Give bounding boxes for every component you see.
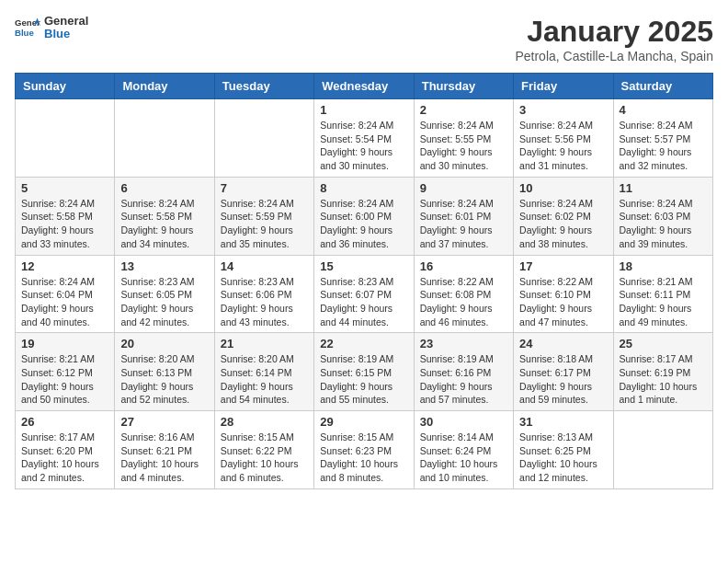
calendar-cell — [613, 411, 712, 489]
day-number: 17 — [519, 259, 607, 273]
calendar-cell — [214, 99, 313, 178]
day-number: 9 — [420, 181, 507, 195]
calendar-cell: 12Sunrise: 8:24 AM Sunset: 6:04 PM Dayli… — [16, 255, 115, 333]
day-info: Sunrise: 8:22 AM Sunset: 6:10 PM Dayligh… — [519, 275, 607, 329]
calendar-cell: 18Sunrise: 8:21 AM Sunset: 6:11 PM Dayli… — [613, 255, 712, 333]
day-info: Sunrise: 8:21 AM Sunset: 6:11 PM Dayligh… — [620, 275, 707, 329]
day-info: Sunrise: 8:24 AM Sunset: 6:01 PM Dayligh… — [420, 197, 507, 251]
day-info: Sunrise: 8:24 AM Sunset: 6:04 PM Dayligh… — [21, 275, 108, 329]
day-info: Sunrise: 8:17 AM Sunset: 6:20 PM Dayligh… — [21, 431, 108, 485]
day-number: 30 — [420, 415, 507, 429]
day-info: Sunrise: 8:19 AM Sunset: 6:15 PM Dayligh… — [320, 352, 407, 407]
day-info: Sunrise: 8:23 AM Sunset: 6:06 PM Dayligh… — [221, 275, 308, 329]
weekday-header-monday: Monday — [115, 74, 214, 99]
calendar-cell: 1Sunrise: 8:24 AM Sunset: 5:54 PM Daylig… — [314, 99, 414, 178]
day-number: 7 — [221, 181, 308, 195]
day-number: 31 — [519, 415, 607, 429]
calendar-cell: 30Sunrise: 8:14 AM Sunset: 6:24 PM Dayli… — [414, 411, 513, 489]
calendar-cell: 27Sunrise: 8:16 AM Sunset: 6:21 PM Dayli… — [115, 411, 214, 489]
weekday-header-thursday: Thursday — [414, 74, 513, 99]
calendar-cell: 8Sunrise: 8:24 AM Sunset: 6:00 PM Daylig… — [314, 177, 414, 255]
day-info: Sunrise: 8:24 AM Sunset: 5:57 PM Dayligh… — [620, 119, 707, 173]
month-title: January 2025 — [515, 15, 713, 49]
day-number: 10 — [519, 181, 607, 195]
day-info: Sunrise: 8:23 AM Sunset: 6:05 PM Dayligh… — [120, 275, 208, 329]
weekday-header-wednesday: Wednesday — [314, 74, 414, 99]
day-info: Sunrise: 8:15 AM Sunset: 6:22 PM Dayligh… — [221, 431, 308, 485]
day-info: Sunrise: 8:24 AM Sunset: 5:55 PM Dayligh… — [420, 119, 507, 173]
calendar-cell: 7Sunrise: 8:24 AM Sunset: 5:59 PM Daylig… — [214, 177, 313, 255]
day-info: Sunrise: 8:24 AM Sunset: 5:58 PM Dayligh… — [21, 197, 108, 251]
day-info: Sunrise: 8:24 AM Sunset: 6:00 PM Dayligh… — [320, 197, 407, 251]
day-info: Sunrise: 8:13 AM Sunset: 6:25 PM Dayligh… — [519, 431, 607, 485]
calendar-week-row: 12Sunrise: 8:24 AM Sunset: 6:04 PM Dayli… — [16, 255, 713, 333]
calendar-table: SundayMondayTuesdayWednesdayThursdayFrid… — [15, 73, 713, 489]
day-info: Sunrise: 8:20 AM Sunset: 6:13 PM Dayligh… — [120, 352, 208, 407]
page-header: General Blue General Blue January 2025 P… — [15, 15, 713, 63]
calendar-cell: 23Sunrise: 8:19 AM Sunset: 6:16 PM Dayli… — [414, 333, 513, 411]
day-info: Sunrise: 8:14 AM Sunset: 6:24 PM Dayligh… — [420, 431, 507, 485]
day-number: 1 — [320, 103, 407, 117]
day-number: 28 — [221, 415, 308, 429]
calendar-cell: 11Sunrise: 8:24 AM Sunset: 6:03 PM Dayli… — [613, 177, 712, 255]
day-number: 20 — [120, 337, 208, 350]
weekday-header-tuesday: Tuesday — [214, 74, 313, 99]
day-info: Sunrise: 8:24 AM Sunset: 5:59 PM Dayligh… — [221, 197, 308, 251]
day-info: Sunrise: 8:18 AM Sunset: 6:17 PM Dayligh… — [519, 352, 607, 407]
logo: General Blue General Blue — [15, 15, 88, 41]
weekday-header-saturday: Saturday — [613, 74, 712, 99]
day-info: Sunrise: 8:15 AM Sunset: 6:23 PM Dayligh… — [320, 431, 407, 485]
day-info: Sunrise: 8:17 AM Sunset: 6:19 PM Dayligh… — [620, 352, 707, 407]
day-info: Sunrise: 8:24 AM Sunset: 6:02 PM Dayligh… — [519, 197, 607, 251]
weekday-header-friday: Friday — [514, 74, 613, 99]
day-number: 29 — [320, 415, 407, 429]
day-number: 13 — [120, 259, 208, 273]
day-number: 18 — [620, 259, 707, 273]
calendar-cell: 14Sunrise: 8:23 AM Sunset: 6:06 PM Dayli… — [214, 255, 313, 333]
day-number: 8 — [320, 181, 407, 195]
logo-general-text: General — [44, 15, 88, 28]
subtitle: Petrola, Castille-La Mancha, Spain — [515, 49, 713, 63]
calendar-cell — [115, 99, 214, 178]
logo-blue-text: Blue — [44, 28, 88, 40]
calendar-cell: 21Sunrise: 8:20 AM Sunset: 6:14 PM Dayli… — [214, 333, 313, 411]
svg-text:Blue: Blue — [15, 28, 34, 38]
calendar-cell: 6Sunrise: 8:24 AM Sunset: 5:58 PM Daylig… — [115, 177, 214, 255]
day-number: 16 — [420, 259, 507, 273]
calendar-cell: 19Sunrise: 8:21 AM Sunset: 6:12 PM Dayli… — [16, 333, 115, 411]
day-number: 15 — [320, 259, 407, 273]
calendar-week-row: 5Sunrise: 8:24 AM Sunset: 5:58 PM Daylig… — [16, 177, 713, 255]
calendar-cell: 26Sunrise: 8:17 AM Sunset: 6:20 PM Dayli… — [16, 411, 115, 489]
day-info: Sunrise: 8:20 AM Sunset: 6:14 PM Dayligh… — [221, 352, 308, 407]
day-info: Sunrise: 8:19 AM Sunset: 6:16 PM Dayligh… — [420, 352, 507, 407]
calendar-cell: 3Sunrise: 8:24 AM Sunset: 5:56 PM Daylig… — [514, 99, 613, 178]
day-number: 21 — [221, 337, 308, 350]
calendar-cell: 17Sunrise: 8:22 AM Sunset: 6:10 PM Dayli… — [514, 255, 613, 333]
day-number: 12 — [21, 259, 108, 273]
calendar-week-row: 26Sunrise: 8:17 AM Sunset: 6:20 PM Dayli… — [16, 411, 713, 489]
day-number: 14 — [221, 259, 308, 273]
calendar-week-row: 19Sunrise: 8:21 AM Sunset: 6:12 PM Dayli… — [16, 333, 713, 411]
day-number: 3 — [519, 103, 607, 117]
calendar-cell — [16, 99, 115, 178]
calendar-cell: 15Sunrise: 8:23 AM Sunset: 6:07 PM Dayli… — [314, 255, 414, 333]
day-number: 26 — [21, 415, 108, 429]
day-number: 6 — [120, 181, 208, 195]
calendar-cell: 20Sunrise: 8:20 AM Sunset: 6:13 PM Dayli… — [115, 333, 214, 411]
calendar-cell: 10Sunrise: 8:24 AM Sunset: 6:02 PM Dayli… — [514, 177, 613, 255]
calendar-cell: 22Sunrise: 8:19 AM Sunset: 6:15 PM Dayli… — [314, 333, 414, 411]
day-number: 11 — [620, 181, 707, 195]
day-info: Sunrise: 8:24 AM Sunset: 5:54 PM Dayligh… — [320, 119, 407, 173]
calendar-cell: 16Sunrise: 8:22 AM Sunset: 6:08 PM Dayli… — [414, 255, 513, 333]
day-number: 24 — [519, 337, 607, 350]
day-info: Sunrise: 8:22 AM Sunset: 6:08 PM Dayligh… — [420, 275, 507, 329]
calendar-cell: 2Sunrise: 8:24 AM Sunset: 5:55 PM Daylig… — [414, 99, 513, 178]
day-info: Sunrise: 8:24 AM Sunset: 5:58 PM Dayligh… — [120, 197, 208, 251]
calendar-cell: 13Sunrise: 8:23 AM Sunset: 6:05 PM Dayli… — [115, 255, 214, 333]
day-number: 25 — [620, 337, 707, 350]
calendar-cell: 4Sunrise: 8:24 AM Sunset: 5:57 PM Daylig… — [613, 99, 712, 178]
day-info: Sunrise: 8:24 AM Sunset: 6:03 PM Dayligh… — [620, 197, 707, 251]
day-info: Sunrise: 8:24 AM Sunset: 5:56 PM Dayligh… — [519, 119, 607, 173]
logo-icon: General Blue — [15, 15, 40, 40]
calendar-cell: 29Sunrise: 8:15 AM Sunset: 6:23 PM Dayli… — [314, 411, 414, 489]
